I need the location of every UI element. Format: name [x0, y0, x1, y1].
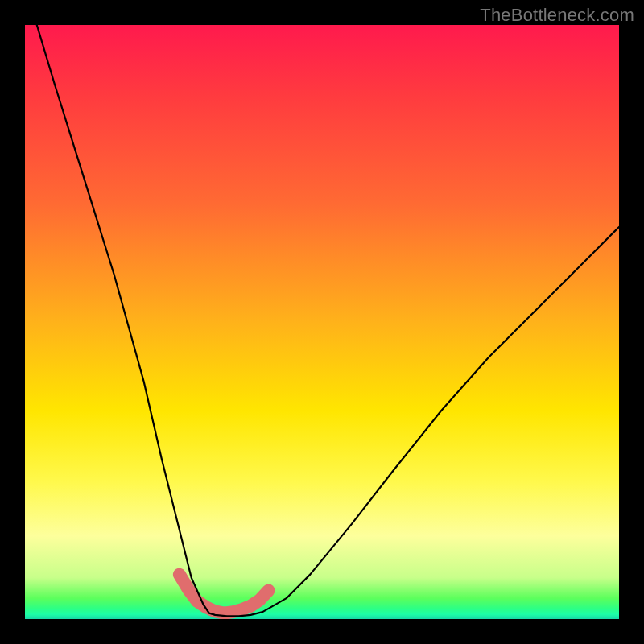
- chart-frame: [25, 25, 619, 619]
- bottleneck-chart: [25, 25, 619, 619]
- bottleneck-curve: [37, 25, 619, 616]
- watermark-text: TheBottleneck.com: [480, 5, 634, 26]
